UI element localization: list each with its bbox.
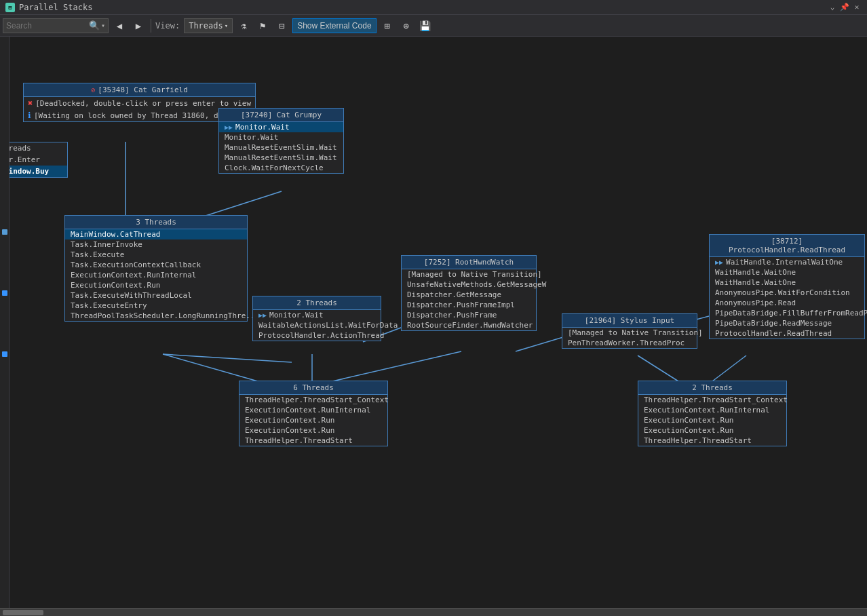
six-threads-frame-4: ExecutionContext.Run	[239, 425, 387, 436]
three-threads-frame-2: Task.InnerInvoke	[65, 239, 247, 250]
three-threads-frame-3: Task.Execute	[65, 250, 247, 260]
protocol-handler-frame-2: WaitHandle.WaitOne	[710, 267, 864, 277]
stop-icon: ⊘	[91, 86, 95, 94]
chevron-down-icon: ▾	[225, 22, 228, 29]
cat-grumpy-header: [37240] Cat Grumpy	[219, 109, 343, 122]
left-gutter	[0, 37, 9, 608]
error-icon-1: ✖	[28, 98, 33, 108]
three-threads-frame-8: Task.ExecuteEntry	[65, 301, 247, 311]
stylus-input-node: [21964] Stylus Input [Managed to Native …	[562, 313, 697, 349]
six-threads-frame-1: ThreadHelper.ThreadStart_Context	[239, 395, 387, 405]
view-option: Threads	[189, 21, 223, 31]
gutter-marker-1	[2, 229, 7, 235]
nav-back-button[interactable]: ◀	[111, 18, 128, 33]
gutter-marker-3	[2, 351, 7, 357]
save-icon[interactable]: 💾	[417, 18, 434, 33]
separator-1	[151, 19, 151, 33]
layout-icon[interactable]: ⊞	[379, 18, 396, 33]
flag-icon[interactable]: ⚑	[254, 18, 271, 33]
nav-forward-button[interactable]: ▶	[130, 18, 147, 33]
root-hwnd-frame-5: Dispatcher.PushFrame	[402, 310, 536, 320]
two-threads-left-header: 2 Threads	[253, 296, 381, 310]
arrow-icon-2: ▶▶	[258, 311, 267, 319]
search-icon[interactable]: 🔍	[89, 20, 100, 31]
three-threads-frame-5: ExecutionContext.RunInternal	[65, 270, 247, 280]
protocol-handler-frame-8: ProtocolHandler.ReadThread	[710, 328, 864, 339]
two-threads-right-frame-4: ExecutionContext.Run	[638, 425, 786, 436]
search-input[interactable]	[6, 21, 88, 31]
stylus-frame-1: [Managed to Native Transition]	[562, 328, 697, 338]
title-bar: ⊞ Parallel Stacks ⌄ 📌 ✕	[0, 0, 867, 15]
six-threads-header: 6 Threads	[239, 381, 387, 395]
six-threads-frame-2: ExecutionContext.RunInternal	[239, 405, 387, 415]
three-threads-header: 3 Threads	[65, 216, 247, 229]
root-hwnd-watch-header: [7252] RootHwndWatch	[402, 256, 536, 269]
two-threads-right-frame-1: ThreadHelper.ThreadStart_Context	[638, 395, 786, 405]
partial-frame-2: or.Enter	[0, 154, 67, 166]
dropdown-control-icon[interactable]: ⌄	[828, 3, 837, 12]
search-box[interactable]: 🔍 ▾	[3, 18, 109, 33]
show-external-code-button[interactable]: Show External Code	[292, 18, 376, 33]
app-icon: ⊞	[5, 3, 15, 12]
svg-line-2	[163, 354, 292, 362]
two-threads-left-node: 2 Threads ▶▶ Monitor.Wait WaitableAction…	[252, 296, 381, 341]
info-icon-1: ℹ	[28, 111, 31, 120]
root-hwnd-frame-2: UnsafeNativeMethods.GetMessageW	[402, 280, 536, 290]
error-node-header: ⊘ [35348] Cat Garfield	[24, 83, 255, 97]
cat-grumpy-frame-5: Clock.WaitForNextCycle	[219, 163, 343, 173]
filter-icon[interactable]: ⚗	[235, 18, 252, 33]
svg-line-9	[638, 355, 678, 381]
three-threads-node: 3 Threads MainWindow.CatThread Task.Inne…	[64, 215, 248, 322]
arrow-icon-1: ▶▶	[225, 123, 233, 131]
protocol-handler-frame-7: PipeDataBridge.ReadMessage	[710, 318, 864, 328]
three-threads-frame-4: Task.ExecutionContextCallback	[65, 260, 247, 270]
scrollbar-thumb[interactable]	[3, 610, 43, 615]
two-threads-left-frame-1: ▶▶ Monitor.Wait	[253, 310, 381, 320]
six-threads-node: 6 Threads ThreadHelper.ThreadStart_Conte…	[239, 381, 388, 446]
left-partial-node: hreads or.Enter Window.Buy	[0, 142, 68, 178]
protocol-handler-header: [38712] ProtocolHandler.ReadThread	[710, 235, 864, 257]
svg-line-10	[712, 355, 746, 381]
partial-frame-3: Window.Buy	[0, 166, 67, 177]
cat-grumpy-node: [37240] Cat Grumpy ▶▶ Monitor.Wait Monit…	[218, 108, 344, 174]
three-threads-frame-1: MainWindow.CatThread	[65, 229, 247, 239]
error-frame-1-text: [Deadlocked, double-click or press enter…	[35, 99, 251, 108]
window-controls[interactable]: ⌄ 📌 ✕	[828, 3, 862, 12]
toolbar: 🔍 ▾ ◀ ▶ View: Threads ▾ ⚗ ⚑ ⊟ Show Exter…	[0, 15, 867, 37]
close-icon[interactable]: ✕	[852, 3, 862, 12]
root-hwnd-frame-3: Dispatcher.GetMessage	[402, 290, 536, 300]
protocol-handler-frame-1-text: WaitHandle.InternalWaitOne	[726, 258, 843, 267]
svg-line-1	[204, 191, 282, 216]
search-alt-icon[interactable]: ⊕	[398, 18, 415, 33]
three-threads-frame-9: ThreadPoolTaskScheduler.LongRunningThre.…	[65, 311, 247, 321]
arrow-icon-3: ▶▶	[715, 258, 723, 266]
cat-grumpy-frame-4: ManualResetEventSlim.Wait	[219, 153, 343, 163]
cat-grumpy-frame-2: Monitor.Wait	[219, 132, 343, 142]
view-dropdown[interactable]: Threads ▾	[184, 18, 233, 33]
show-external-code-label: Show External Code	[297, 21, 371, 31]
stylus-frame-2: PenThreadWorker.ThreadProc	[562, 338, 697, 348]
protocol-handler-frame-3: WaitHandle.WaitOne	[710, 277, 864, 288]
two-threads-right-header: 2 Threads	[638, 381, 786, 395]
horizontal-scrollbar[interactable]	[0, 608, 867, 616]
root-hwnd-frame-4: Dispatcher.PushFrameImpl	[402, 300, 536, 310]
three-threads-frame-7: Task.ExecuteWithThreadLocal	[65, 290, 247, 301]
protocol-handler-frame-5: AnonymousPipe.Read	[710, 298, 864, 308]
svg-line-3	[163, 354, 258, 381]
two-threads-right-node: 2 Threads ThreadHelper.ThreadStart_Conte…	[638, 381, 787, 446]
svg-line-7	[332, 351, 461, 381]
protocol-handler-node: [38712] ProtocolHandler.ReadThread ▶▶ Wa…	[709, 234, 865, 339]
cat-grumpy-frame-1-text: Monitor.Wait	[235, 123, 289, 132]
partial-frame-1: hreads	[0, 142, 67, 154]
toggle-view-icon[interactable]: ⊟	[273, 18, 290, 33]
protocol-handler-frame-1: ▶▶ WaitHandle.InternalWaitOne	[710, 257, 864, 267]
root-hwnd-frame-1: [Managed to Native Transition]	[402, 269, 536, 280]
cat-grumpy-frame-1: ▶▶ Monitor.Wait	[219, 122, 343, 132]
pin-icon[interactable]: 📌	[840, 3, 849, 12]
search-dropdown-icon[interactable]: ▾	[101, 22, 105, 29]
protocol-handler-frame-4: AnonymousPipe.WaitForCondition	[710, 288, 864, 298]
protocol-handler-frame-6: PipeDataBridge.FillBufferFromReadPipe	[710, 308, 864, 318]
stylus-input-header: [21964] Stylus Input	[562, 314, 697, 328]
six-threads-frame-5: ThreadHelper.ThreadStart	[239, 436, 387, 446]
root-hwnd-frame-6: RootSourceFinder.HwndWatcher	[402, 320, 536, 330]
